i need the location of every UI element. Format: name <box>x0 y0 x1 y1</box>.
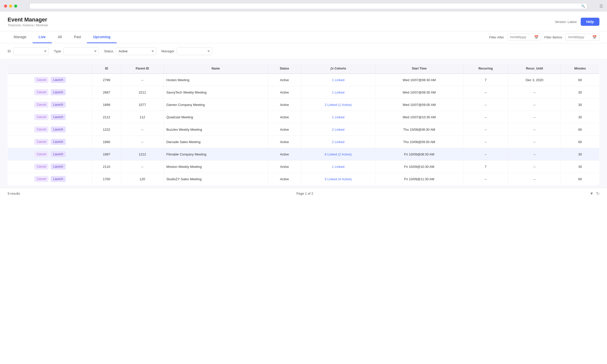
cell-recurring: -- <box>463 99 508 111</box>
table-footer: 9 results Page 1 of 2 ▼ ↻ <box>0 188 607 199</box>
cohorts-link[interactable]: 1 Linked <box>332 115 344 119</box>
traffic-light-red[interactable] <box>4 5 7 8</box>
help-button[interactable]: Help <box>581 18 599 26</box>
table-container: ID Parent ID Name Status ƒx Cohorts Star… <box>0 59 607 188</box>
cell-start-time: Wed 10/07@08:30 AM <box>375 86 463 99</box>
filter-manager-select[interactable] <box>177 47 212 55</box>
cancel-button[interactable]: Cancel <box>34 151 49 157</box>
cell-minutes: 30 <box>561 99 599 111</box>
filter-id-select[interactable] <box>13 47 49 55</box>
cohorts-link[interactable]: 1 Linked <box>332 90 344 94</box>
cell-cohorts[interactable]: 6 Linked (2 Active) <box>301 148 375 161</box>
cell-status: Active <box>268 148 301 161</box>
cell-cohorts[interactable]: 2 Linked <box>301 123 375 136</box>
footer-inner: 9 results Page 1 of 2 ▼ ↻ <box>8 191 599 196</box>
address-input[interactable] <box>32 4 584 8</box>
th-status: Status <box>268 64 301 74</box>
cancel-button[interactable]: Cancel <box>34 139 49 145</box>
cell-name: Buzzles Weekly Meeting <box>164 123 268 136</box>
cell-cohorts[interactable]: 5 Linked (4 Active) <box>301 173 375 185</box>
launch-button[interactable]: Launch <box>51 102 66 108</box>
cell-status: Active <box>268 123 301 136</box>
cell-cohorts[interactable]: 2 Linked (1 Active) <box>301 99 375 111</box>
cohorts-link[interactable]: 5 Linked (4 Active) <box>325 177 352 181</box>
cell-status: Active <box>268 161 301 173</box>
tab-all[interactable]: All <box>52 31 68 43</box>
table-row: Cancel Launch 2110--Mvision Weekly Meeti… <box>8 161 599 173</box>
cell-status: Active <box>268 173 301 185</box>
tab-manage[interactable]: Manage <box>8 31 33 43</box>
cell-cohorts[interactable]: 1 Linked <box>301 74 375 86</box>
cell-cohorts[interactable]: 1 Linked <box>301 161 375 173</box>
th-name: Name <box>164 64 268 74</box>
cell-parent-id: 120 <box>121 173 164 185</box>
table-filter-button[interactable]: ▼ <box>590 191 594 196</box>
cancel-button[interactable]: Cancel <box>34 164 49 170</box>
cell-name: StudioZY Sales Meeting <box>164 173 268 185</box>
th-recur-until: Recur_Until <box>508 64 561 74</box>
filter-status-group: Status Active All Inactive <box>104 47 156 55</box>
cancel-button[interactable]: Cancel <box>34 89 49 95</box>
filter-before-input[interactable] <box>568 35 591 39</box>
cell-recurring: -- <box>463 123 508 136</box>
filter-type-label: Type <box>54 49 61 53</box>
launch-button[interactable]: Launch <box>51 77 66 83</box>
cohorts-link[interactable]: 2 Linked <box>332 128 344 131</box>
launch-button[interactable]: Launch <box>51 126 66 132</box>
calendar-after-icon: 📅 <box>534 35 538 39</box>
cell-id: 1899 <box>92 99 121 111</box>
cohorts-link[interactable]: 2 Linked (1 Active) <box>325 103 352 107</box>
launch-button[interactable]: Launch <box>51 114 66 120</box>
filter-status-select[interactable]: Active All Inactive <box>116 47 156 55</box>
filter-type-group: Type <box>54 47 99 55</box>
cell-name: Filmable Company Meeting <box>164 148 268 161</box>
filter-type-select[interactable] <box>63 47 99 55</box>
filter-manager-group: Manager <box>161 47 212 55</box>
cell-start-time: Wed 10/07@08:30 AM <box>375 74 463 86</box>
cell-cohorts[interactable]: 2 Linked <box>301 136 375 148</box>
tab-upcoming[interactable]: Upcoming <box>87 31 116 43</box>
cell-minutes: 60 <box>561 74 599 86</box>
cell-recurring: -- <box>463 86 508 99</box>
launch-button[interactable]: Launch <box>51 176 66 182</box>
table-header-row: ID Parent ID Name Status ƒx Cohorts Star… <box>8 64 599 74</box>
window-chrome: 🔍 ☰ <box>0 0 607 11</box>
cell-name: SavvyTech Weekly Meeting <box>164 86 268 99</box>
cell-cohorts[interactable]: 1 Linked <box>301 86 375 99</box>
action-cell: Cancel Launch <box>8 136 92 148</box>
cancel-button[interactable]: Cancel <box>34 114 49 120</box>
cancel-button[interactable]: Cancel <box>34 77 49 83</box>
launch-button[interactable]: Launch <box>51 151 66 157</box>
cell-minutes: 30 <box>561 86 599 99</box>
table-row: Cancel Launch 1700120StudioZY Sales Meet… <box>8 173 599 185</box>
filter-after-input[interactable] <box>510 35 533 39</box>
cell-cohorts[interactable]: 1 Linked <box>301 111 375 123</box>
action-cell: Cancel Launch <box>8 148 92 161</box>
cohorts-link[interactable]: 1 Linked <box>332 78 344 82</box>
address-bar: 🔍 <box>29 3 587 9</box>
launch-button[interactable]: Launch <box>51 164 66 170</box>
launch-button[interactable]: Launch <box>51 139 66 145</box>
th-recurring: Recurring <box>463 64 508 74</box>
launch-button[interactable]: Launch <box>51 89 66 95</box>
cell-name: Gamen Company Meeting <box>164 99 268 111</box>
cell-parent-id: -- <box>121 161 164 173</box>
filter-after-label: Filter After <box>489 35 504 39</box>
traffic-light-yellow[interactable] <box>9 5 12 8</box>
table-refresh-button[interactable]: ↻ <box>596 191 599 196</box>
version-label: Version: Latest <box>555 20 577 24</box>
cohorts-link[interactable]: 6 Linked (2 Active) <box>325 152 352 156</box>
cell-start-time: Wed 10/07@09:00 AM <box>375 99 463 111</box>
cohorts-link[interactable]: 2 Linked <box>332 140 344 144</box>
cancel-button[interactable]: Cancel <box>34 176 49 182</box>
tab-live[interactable]: Live <box>33 31 52 43</box>
tab-past[interactable]: Past <box>68 31 87 43</box>
cell-start-time: Fri 10/09@08:30 AM <box>375 148 463 161</box>
cell-id: 1890 <box>92 136 121 148</box>
cancel-button[interactable]: Cancel <box>34 102 49 108</box>
cancel-button[interactable]: Cancel <box>34 126 49 132</box>
filter-after-input-wrapper: 📅 <box>507 34 541 41</box>
traffic-light-green[interactable] <box>14 5 17 8</box>
filter-date-section: Filter After 📅 Filter Before 📅 <box>489 34 599 41</box>
cohorts-link[interactable]: 1 Linked <box>332 165 344 169</box>
